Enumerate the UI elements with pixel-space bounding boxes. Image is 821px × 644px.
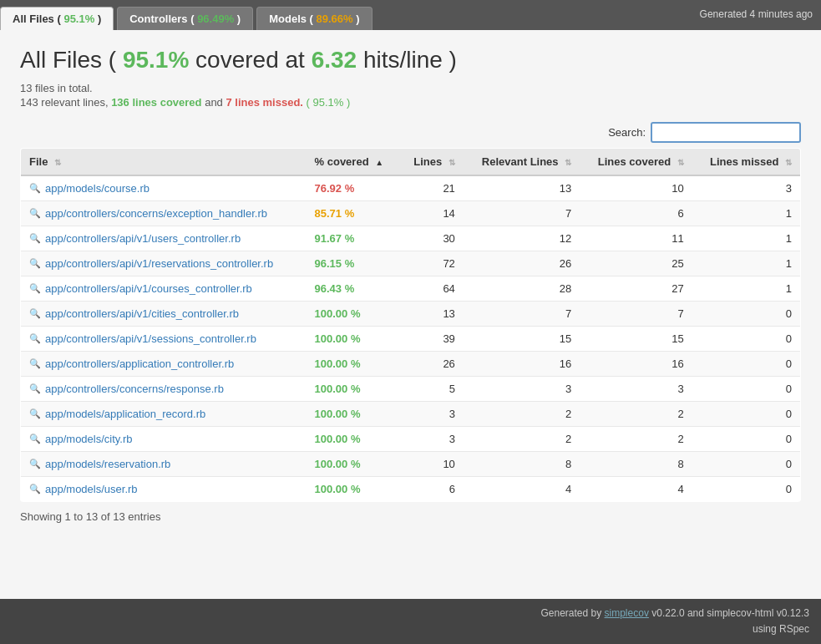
file-search-icon: 🔍 <box>29 358 41 369</box>
table-row: 🔍app/controllers/api/v1/courses_controll… <box>21 276 801 302</box>
pct-value: 100.00 % <box>315 307 361 320</box>
file-path[interactable]: app/models/reservation.rb <box>45 458 170 470</box>
cell-file: 🔍app/controllers/application_controller.… <box>21 352 307 377</box>
cell-covered: 16 <box>580 352 692 377</box>
cell-file: 🔍app/controllers/api/v1/users_controller… <box>21 226 307 251</box>
cell-pct: 100.00 % <box>307 302 400 327</box>
cell-relevant: 2 <box>464 402 580 427</box>
pct-value: 96.15 % <box>315 257 355 270</box>
table-row: 🔍app/controllers/api/v1/reservations_con… <box>21 251 801 276</box>
cell-lines: 14 <box>400 201 464 226</box>
cell-covered: 10 <box>580 175 692 201</box>
file-search-icon: 🔍 <box>29 208 41 219</box>
table-row: 🔍app/controllers/concerns/exception_hand… <box>21 201 801 226</box>
file-path[interactable]: app/models/user.rb <box>45 483 138 495</box>
footer-generated-by: Generated by <box>540 607 604 619</box>
col-header-file[interactable]: File <box>21 149 307 176</box>
file-path[interactable]: app/controllers/application_controller.r… <box>45 357 234 370</box>
file-search-icon: 🔍 <box>29 333 41 344</box>
tab-models[interactable]: Models ( 89.66% ) <box>256 7 372 30</box>
search-area: Search: <box>20 122 801 143</box>
tab-models-label: Models ( <box>269 13 316 25</box>
pct-value: 91.67 % <box>315 232 355 245</box>
footer: Generated by simplecov v0.22.0 and simpl… <box>0 599 821 644</box>
file-search-icon: 🔍 <box>29 383 41 394</box>
col-header-pct-covered[interactable]: % covered <box>307 149 400 176</box>
cell-lines: 39 <box>400 327 464 352</box>
summary-relevant-prefix: 143 relevant lines, <box>20 96 111 109</box>
cell-covered: 2 <box>580 427 692 452</box>
pct-value: 100.00 % <box>315 408 361 420</box>
cell-missed: 0 <box>692 302 801 327</box>
file-path[interactable]: app/models/application_record.rb <box>45 408 205 420</box>
file-path[interactable]: app/controllers/api/v1/sessions_controll… <box>45 332 256 345</box>
cell-covered: 7 <box>580 302 692 327</box>
cell-missed: 0 <box>692 327 801 352</box>
col-header-lines-covered[interactable]: Lines covered <box>580 149 692 176</box>
cell-missed: 0 <box>692 427 801 452</box>
showing-entries-text: Showing 1 to 13 of 13 entries <box>20 510 801 523</box>
search-input[interactable] <box>651 122 801 143</box>
tab-all-files-label: All Files ( <box>13 13 63 25</box>
main-content: All Files ( 95.1% covered at 6.32 hits/l… <box>0 30 821 599</box>
summary-covered-count: 136 lines covered <box>111 96 201 109</box>
file-path[interactable]: app/controllers/api/v1/users_controller.… <box>45 232 241 245</box>
table-row: 🔍app/models/application_record.rb100.00 … <box>21 402 801 427</box>
file-search-icon: 🔍 <box>29 283 41 294</box>
cell-file: 🔍app/controllers/concerns/response.rb <box>21 377 307 402</box>
table-row: 🔍app/controllers/api/v1/users_controller… <box>21 226 801 251</box>
cell-lines: 5 <box>400 377 464 402</box>
tab-all-files[interactable]: All Files ( 95.1% ) <box>0 7 114 30</box>
cell-relevant: 12 <box>464 226 580 251</box>
footer-using: using RSpec <box>753 623 809 635</box>
cell-pct: 96.15 % <box>307 251 400 276</box>
tab-controllers[interactable]: Controllers ( 96.49% ) <box>117 7 253 30</box>
cell-missed: 1 <box>692 276 801 302</box>
cell-pct: 76.92 % <box>307 175 400 201</box>
cell-relevant: 2 <box>464 427 580 452</box>
file-path[interactable]: app/controllers/api/v1/reservations_cont… <box>45 257 273 270</box>
table-body: 🔍app/models/course.rb76.92 %2113103🔍app/… <box>21 175 801 502</box>
tab-models-coverage: 89.66% <box>317 13 353 25</box>
file-path[interactable]: app/controllers/api/v1/courses_controlle… <box>45 282 252 295</box>
file-path[interactable]: app/controllers/concerns/response.rb <box>45 383 224 395</box>
title-coverage-pct: 95.1% <box>123 47 189 73</box>
table-header-row: File % covered Lines Relevant Lines Line… <box>21 149 801 176</box>
cell-relevant: 3 <box>464 377 580 402</box>
cell-lines: 3 <box>400 427 464 452</box>
cell-file: 🔍app/models/application_record.rb <box>21 402 307 427</box>
cell-covered: 11 <box>580 226 692 251</box>
pct-value: 100.00 % <box>315 433 361 445</box>
cell-pct: 100.00 % <box>307 402 400 427</box>
table-row: 🔍app/models/user.rb100.00 %6440 <box>21 477 801 502</box>
col-header-relevant-lines[interactable]: Relevant Lines <box>464 149 580 176</box>
cell-missed: 1 <box>692 201 801 226</box>
cell-covered: 2 <box>580 402 692 427</box>
coverage-table: File % covered Lines Relevant Lines Line… <box>20 148 801 502</box>
cell-missed: 0 <box>692 452 801 477</box>
cell-covered: 4 <box>580 477 692 502</box>
col-header-lines-missed[interactable]: Lines missed <box>692 149 801 176</box>
table-row: 🔍app/controllers/api/v1/sessions_control… <box>21 327 801 352</box>
table-row: 🔍app/controllers/api/v1/cities_controlle… <box>21 302 801 327</box>
cell-relevant: 13 <box>464 175 580 201</box>
cell-pct: 100.00 % <box>307 377 400 402</box>
cell-file: 🔍app/controllers/api/v1/sessions_control… <box>21 327 307 352</box>
cell-pct: 100.00 % <box>307 352 400 377</box>
cell-lines: 6 <box>400 477 464 502</box>
top-navigation: All Files ( 95.1% ) Controllers ( 96.49%… <box>0 0 821 30</box>
sort-icon-lines <box>449 158 455 167</box>
tab-all-files-label-close: ) <box>94 13 101 25</box>
pct-value: 100.00 % <box>315 483 361 495</box>
table-row: 🔍app/models/city.rb100.00 %3220 <box>21 427 801 452</box>
col-header-lines[interactable]: Lines <box>400 149 464 176</box>
cell-relevant: 16 <box>464 352 580 377</box>
file-path[interactable]: app/models/city.rb <box>45 433 133 445</box>
cell-relevant: 8 <box>464 452 580 477</box>
cell-pct: 91.67 % <box>307 226 400 251</box>
file-path[interactable]: app/models/course.rb <box>45 182 150 195</box>
file-path[interactable]: app/controllers/concerns/exception_handl… <box>45 207 267 220</box>
footer-simplecov-link[interactable]: simplecov <box>605 607 649 619</box>
file-path[interactable]: app/controllers/api/v1/cities_controller… <box>45 307 239 320</box>
cell-pct: 100.00 % <box>307 452 400 477</box>
